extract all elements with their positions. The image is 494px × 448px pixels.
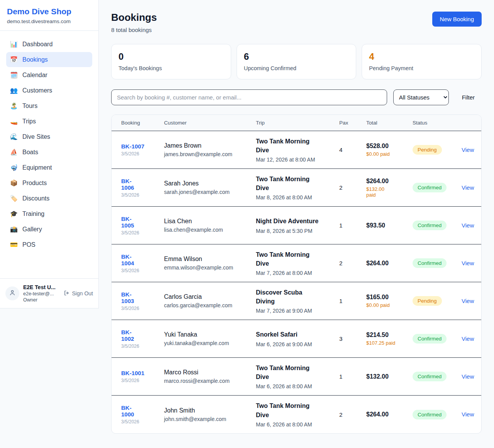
booking-date: 3/5/2026 <box>121 378 164 383</box>
customer-email: marco.rossi@example.com <box>164 378 256 384</box>
filter-row: All Statuses Filter <box>111 89 482 105</box>
sign-out-button[interactable]: Sign Out <box>64 290 93 297</box>
wave-icon: 🌊 <box>10 133 18 140</box>
status-select[interactable]: All Statuses <box>393 89 449 105</box>
sidebar-item-trips[interactable]: 🚤 Trips <box>6 114 92 129</box>
calendar-icon: 📅 <box>10 56 18 63</box>
sidebar-item-label: Gallery <box>22 226 42 233</box>
view-link[interactable]: View <box>462 335 474 342</box>
sidebar-item-training[interactable]: 🎓 Training <box>6 206 92 221</box>
sidebar-item-tours[interactable]: 🏝️ Tours <box>6 98 92 113</box>
bookings-table: Booking Customer Trip Pax Total Status B… <box>111 115 482 434</box>
table-row: BK- 1003 3/5/2026 Carlos Garcia carlos.g… <box>112 282 481 320</box>
sidebar-item-label: Calendar <box>22 72 47 79</box>
new-booking-button[interactable]: New Booking <box>432 12 482 27</box>
booking-id-link[interactable]: BK-1001 <box>121 370 164 376</box>
trip-date: Mar 6, 2026 at 9:00 AM <box>256 341 339 347</box>
trip-date: Mar 7, 2026 at 8:00 AM <box>256 270 339 276</box>
sidebar-item-label: Customers <box>22 87 52 94</box>
customer-name: Lisa Chen <box>164 218 256 225</box>
total-amount: $165.00 <box>366 294 413 301</box>
spiral-calendar-icon: 🗓️ <box>10 71 18 79</box>
sidebar-item-bookings[interactable]: 📅 Bookings <box>6 52 92 67</box>
package-icon: 📦 <box>10 179 18 187</box>
table-row: BK- 1000 3/5/2026 John Smith john.smith@… <box>112 396 481 433</box>
label-tag-icon: 🏷️ <box>10 195 18 202</box>
trip-name: Discover Scuba Diving <box>256 288 339 306</box>
table-row: BK-1001 3/5/2026 Marco Rossi marco.rossi… <box>112 358 481 396</box>
paid-amount: $132.00 paid <box>366 186 413 198</box>
view-link[interactable]: View <box>462 260 474 266</box>
user-role: Owner <box>23 297 60 303</box>
booking-id-link[interactable]: BK- 1000 <box>121 404 164 418</box>
sidebar-item-pos[interactable]: 💳 POS <box>6 237 92 252</box>
sidebar-item-dashboard[interactable]: 📊 Dashboard <box>6 37 92 52</box>
view-link[interactable]: View <box>462 147 474 153</box>
view-link[interactable]: View <box>462 298 474 304</box>
total-amount: $93.50 <box>366 222 413 229</box>
booking-id-link[interactable]: BK- 1004 <box>121 253 164 266</box>
booking-id-link[interactable]: BK- 1003 <box>121 291 164 304</box>
sign-out-label: Sign Out <box>72 290 93 296</box>
customer-name: James Brown <box>164 142 256 149</box>
page-title: Bookings <box>111 12 157 24</box>
diving-mask-icon: 🤿 <box>10 164 18 171</box>
stats-row: 0 Today's Bookings 6 Upcoming Confirmed … <box>111 44 482 79</box>
sidebar-item-customers[interactable]: 👥 Customers <box>6 83 92 98</box>
sidebar-item-label: Equipment <box>22 164 52 171</box>
sidebar-item-gallery[interactable]: 📸 Gallery <box>6 222 92 237</box>
shop-logo-block: Demo Dive Shop demo.test.divestreams.com <box>0 0 98 31</box>
user-text: E2E Test U... e2e-tester@... Owner <box>23 284 60 303</box>
page-subtitle: 8 total bookings <box>111 27 157 33</box>
trip-name: Two Tank Morning Dive <box>256 250 339 268</box>
view-link[interactable]: View <box>462 411 474 418</box>
customer-name: Emma Wilson <box>164 256 256 263</box>
trip-name: Two Tank Morning Dive <box>256 401 339 419</box>
sidebar-item-dive-sites[interactable]: 🌊 Dive Sites <box>6 129 92 144</box>
stat-card: 6 Upcoming Confirmed <box>237 44 357 79</box>
people-icon: 👥 <box>10 87 18 94</box>
view-link[interactable]: View <box>462 184 474 191</box>
view-link[interactable]: View <box>462 373 474 380</box>
total-amount: $528.00 <box>366 143 413 150</box>
total-amount: $264.00 <box>366 411 413 418</box>
paid-amount: $0.00 paid <box>366 302 413 308</box>
user-block: E2E Test U... e2e-tester@... Owner Sign … <box>0 278 98 308</box>
sidebar-item-discounts[interactable]: 🏷️ Discounts <box>6 191 92 206</box>
booking-id-link[interactable]: BK- 1005 <box>121 216 164 229</box>
camera-icon: 📸 <box>10 226 18 233</box>
table-header: Booking Customer Trip Pax Total Status <box>112 115 481 131</box>
booking-date: 3/5/2026 <box>121 230 164 236</box>
trip-date: Mar 7, 2026 at 9:00 AM <box>256 308 339 314</box>
view-link[interactable]: View <box>462 222 474 229</box>
booking-id-link[interactable]: BK-1007 <box>121 143 164 150</box>
sidebar-item-equipment[interactable]: 🤿 Equipment <box>6 160 92 175</box>
stat-value: 4 <box>369 51 474 62</box>
sidebar-item-label: Products <box>22 180 47 187</box>
status-badge: Confirmed <box>413 183 447 192</box>
customer-email: carlos.garcia@example.com <box>164 302 256 308</box>
booking-id-link[interactable]: BK- 1006 <box>121 178 164 191</box>
booking-id-link[interactable]: BK- 1002 <box>121 329 164 342</box>
stat-label: Pending Payment <box>369 65 474 71</box>
search-input[interactable] <box>111 89 387 105</box>
booking-date: 3/5/2026 <box>121 419 164 424</box>
stat-card: 0 Today's Bookings <box>111 44 231 79</box>
sidebar-item-products[interactable]: 📦 Products <box>6 175 92 190</box>
booking-date: 3/5/2026 <box>121 306 164 311</box>
customer-name: Carlos Garcia <box>164 293 256 300</box>
main-content: Bookings 8 total bookings New Booking 0 … <box>99 0 494 445</box>
table-row: BK- 1006 3/5/2026 Sarah Jones sarah.jone… <box>112 169 481 207</box>
filter-button[interactable]: Filter <box>455 91 482 104</box>
speedboat-icon: 🚤 <box>10 118 18 125</box>
sidebar-item-calendar[interactable]: 🗓️ Calendar <box>6 67 92 83</box>
graduation-cap-icon: 🎓 <box>10 210 18 217</box>
status-badge: Pending <box>413 296 442 306</box>
trip-name: Night Dive Adventure <box>256 217 339 226</box>
pax-count: 2 <box>339 184 366 191</box>
sidebar-item-boats[interactable]: ⛵ Boats <box>6 145 92 160</box>
pax-count: 2 <box>339 411 366 418</box>
trip-name: Snorkel Safari <box>256 330 339 339</box>
person-icon <box>9 289 16 298</box>
col-total: Total <box>366 120 413 126</box>
